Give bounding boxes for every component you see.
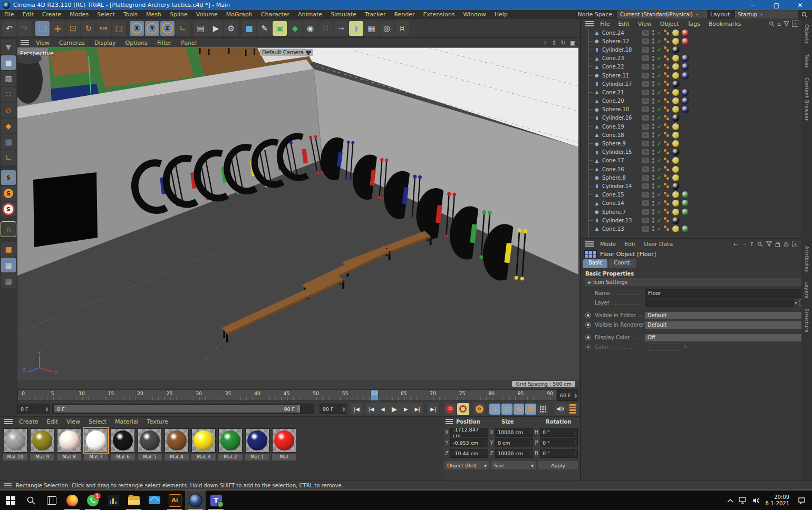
material-menu-create[interactable]: Create [15, 417, 43, 426]
volume-icon[interactable] [752, 497, 760, 504]
key-pla-toggle[interactable] [537, 404, 548, 415]
tweak-mode-button[interactable]: ▦ [1, 134, 16, 149]
taskbar-analytics-app[interactable] [103, 491, 123, 510]
object-menu-object[interactable]: Object [656, 19, 683, 28]
material-tag-yellow[interactable] [672, 174, 680, 182]
visible-renderer-radio[interactable] [585, 322, 591, 328]
object-row-cone.14[interactable]: ▲Cone.14✎✓ [581, 199, 812, 208]
key-position-toggle[interactable]: + [489, 404, 500, 415]
panel-tab-structure[interactable]: Structure [804, 304, 809, 337]
align-workplane-button[interactable]: ▦ [1, 273, 16, 288]
taskbar-firefox[interactable] [62, 491, 82, 510]
action-center-icon[interactable] [798, 497, 806, 504]
visible-editor-dropdown[interactable]: Default▾ [645, 312, 808, 319]
pen-spline-button[interactable]: ✎ [257, 21, 272, 36]
lock-x-axis-button[interactable]: X [130, 21, 144, 36]
keyframe-selection-button[interactable]: ⚙ [473, 403, 486, 415]
object-menu-edit[interactable]: Edit [614, 19, 633, 28]
model-mode-button[interactable]: ■ [1, 55, 16, 70]
object-menu-tags[interactable]: Tags [683, 19, 704, 28]
menu-window[interactable]: Window [459, 10, 490, 19]
material-tag-yellow[interactable] [672, 191, 680, 199]
taskbar-mail[interactable] [144, 491, 165, 510]
menu-simulate[interactable]: Simulate [326, 10, 361, 19]
om-filter-icon[interactable] [784, 21, 789, 26]
menu-mograph[interactable]: MoGraph [222, 10, 257, 19]
camera-object-button[interactable]: ◎ [380, 21, 394, 36]
menu-file[interactable]: File [0, 10, 18, 19]
range-end-field[interactable]: 90 F▲▼ [320, 404, 346, 414]
material-mat.10[interactable]: Mat.10 [3, 428, 27, 460]
size-mode-dropdown[interactable]: Size▾ [491, 461, 536, 469]
lock-workplane-button[interactable]: ▦ [1, 258, 16, 272]
motion-tracker-button[interactable]: → [334, 21, 348, 36]
panel-tab-layers[interactable]: Layers [804, 277, 809, 303]
object-manager-menu-icon[interactable] [585, 20, 594, 27]
object-row-sphere.9[interactable]: ●Sphere.9✎✓ [581, 139, 812, 148]
object-row-sphere.12[interactable]: ●Sphere.12✎✓ [581, 37, 812, 45]
om-add-panel-icon[interactable]: + [792, 21, 798, 27]
object-row-cylinder.14[interactable]: ▮Cylinder.14✎✓ [581, 182, 812, 190]
object-row-cone.17[interactable]: ▲Cone.17✎✓ [581, 156, 812, 165]
taskbar-cinema4d[interactable] [185, 491, 206, 510]
move-button[interactable]: + [51, 21, 65, 36]
am-track-icon[interactable]: ◎ [784, 241, 789, 248]
rotation-y-field[interactable]: 0 °˄˅ [540, 438, 578, 447]
material-tag-yellow[interactable] [672, 54, 680, 62]
material-tag-black[interactable] [672, 217, 680, 224]
scale-button[interactable]: ⊡ [66, 21, 80, 36]
camera-label[interactable]: Default Camera [260, 49, 313, 56]
material-tag-green[interactable] [681, 191, 689, 199]
menu-help[interactable]: Help [490, 10, 512, 19]
panel-tab-objects[interactable]: Objects [804, 20, 809, 48]
cloner-button[interactable]: ∷ [318, 21, 333, 36]
material-menu-view[interactable]: View [62, 417, 84, 426]
material-tag-yellow[interactable] [672, 208, 680, 216]
search-icon[interactable] [801, 12, 808, 18]
view-label[interactable]: Perspective [20, 50, 54, 57]
material-menu-icon[interactable] [4, 418, 13, 425]
menu-character[interactable]: Character [257, 10, 294, 19]
object-menu-file[interactable]: File [596, 19, 614, 28]
range-start-field[interactable]: 0 F▲▼ [17, 404, 50, 414]
material-tag-red[interactable] [681, 37, 689, 45]
material-mat[interactable]: Mat [272, 428, 296, 460]
attribute-tab-coord[interactable]: Coord. [608, 259, 636, 268]
viewport-menu-icon[interactable] [21, 39, 29, 46]
goto-end-button[interactable]: ▶| [428, 403, 439, 415]
pan-view-icon[interactable]: + [543, 40, 547, 46]
live-selection-button[interactable]: □ [35, 21, 50, 36]
taskbar-search-button[interactable] [21, 491, 41, 510]
current-frame-field[interactable]: 60 F▲▼ [557, 389, 578, 401]
taskbar-file-explorer[interactable] [123, 491, 144, 510]
am-up-icon[interactable]: ↑ [749, 241, 754, 248]
material-tag-red[interactable] [681, 29, 689, 37]
snap-3d-button[interactable]: S [1, 202, 16, 217]
panel-tab-content-browser[interactable]: Content Browser [804, 73, 809, 125]
minimize-button[interactable]: ─ [741, 0, 765, 10]
workplane-button[interactable]: ▦ [1, 242, 16, 257]
material-tag-navy[interactable] [681, 105, 689, 113]
object-menu-view[interactable]: View [634, 19, 656, 28]
visible-editor-radio[interactable] [585, 312, 591, 318]
viewport-menu-cameras[interactable]: Cameras [54, 38, 90, 47]
lock-y-axis-button[interactable]: Y [145, 21, 159, 36]
coordinate-system-button[interactable]: ∟ [176, 21, 190, 36]
timeline-ruler[interactable]: 051015202530354045505560657075808590 [17, 389, 556, 401]
next-key-button[interactable]: ▶| [412, 403, 423, 415]
object-row-sphere.11[interactable]: ●Sphere.11✎✓ [581, 71, 812, 80]
am-add-panel-icon[interactable]: + [792, 241, 798, 247]
apply-button[interactable]: Apply [538, 461, 578, 469]
menu-volume[interactable]: Volume [192, 10, 222, 19]
tray-chevron-icon[interactable] [727, 498, 733, 503]
undo-button[interactable]: ↶ [2, 21, 16, 36]
object-row-cylinder.17[interactable]: ▮Cylinder.17✎✓ [581, 80, 812, 88]
enable-axis-button[interactable]: ∟ [1, 150, 16, 165]
material-tag-yellow[interactable] [672, 89, 680, 96]
field-object-button[interactable]: ◗ [349, 21, 363, 36]
key-scale-toggle[interactable]: ⊡ [501, 404, 513, 415]
zoom-view-icon[interactable]: ↕ [552, 40, 556, 46]
material-mat.7[interactable]: Mat.7 [84, 428, 108, 460]
display-color-radio[interactable] [585, 335, 591, 340]
polygon-mode-button[interactable]: ◆ [1, 119, 16, 133]
